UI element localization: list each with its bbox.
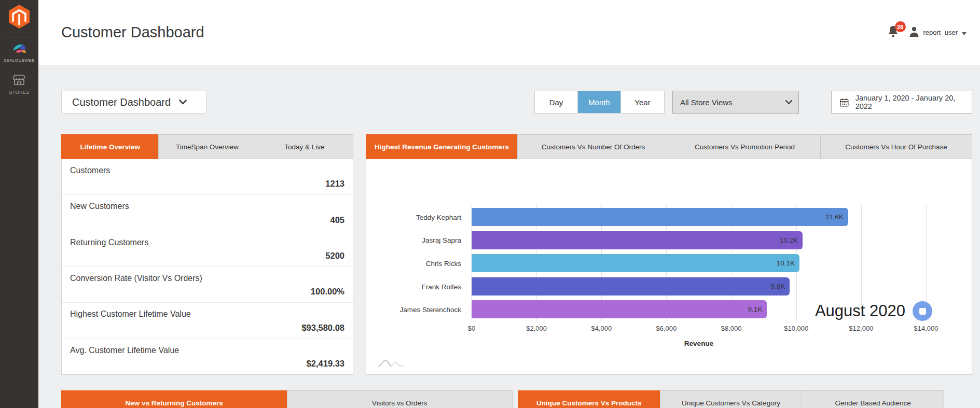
- tab-unique-customers-vs-products[interactable]: Unique Customers Vs Products: [518, 390, 660, 408]
- chevron-down-icon: [962, 28, 967, 37]
- tab-highest-revenue-generating-customers[interactable]: Highest Revenue Generating Customers: [366, 134, 518, 159]
- metric-label: Returning Customers: [70, 231, 148, 247]
- revenue-tab-bar: Highest Revenue Generating CustomersCust…: [366, 134, 972, 159]
- chart-bar-james-sterenchock[interactable]: 9.1K: [472, 300, 767, 318]
- date-range-picker[interactable]: January 1, 2020 - January 20, 2022: [831, 91, 972, 114]
- notifications-button[interactable]: 28: [888, 25, 899, 39]
- metric-label: Highest Customer Lifetime Value: [70, 303, 191, 319]
- metric-value: 5200: [325, 251, 344, 266]
- axis-tick-label: $8,000: [721, 325, 742, 332]
- chart-bar-value-label: 10.1K: [777, 254, 795, 272]
- axis-tick-label: $12,000: [849, 325, 873, 332]
- chart-bar-value-label: 11.6K: [826, 208, 844, 226]
- axis-tick-label: $14,000: [914, 325, 938, 332]
- metric-label: Conversion Rate (Visitor Vs Orders): [70, 267, 202, 283]
- chart-bar-chris-ricks[interactable]: 10.1K: [472, 254, 799, 272]
- unique-customers-tab-bar: Unique Customers Vs ProductsUnique Custo…: [518, 390, 944, 408]
- chart-category-label: Teddy Kephart: [366, 206, 467, 229]
- tab-gender-based-audience[interactable]: Gender Based Audience: [802, 390, 944, 408]
- metric-value: 405: [330, 215, 344, 231]
- axis-tick-label: $0: [468, 325, 475, 332]
- chart-bar-frank-rolfes[interactable]: 9.8K: [472, 277, 790, 296]
- axis-tick-label: $2,000: [526, 325, 547, 332]
- sidebar-item-label: STORES: [9, 90, 29, 95]
- metric-row-returning-customers: Returning Customers5200: [62, 231, 353, 267]
- sidebar-item-zealousweb[interactable]: ZEALOUSWEB: [4, 43, 35, 63]
- period-toggle-group: DayMonthYear: [534, 91, 665, 114]
- page-title: Customer Dashboard: [61, 24, 204, 41]
- chart-bar-value-label: 10.2K: [780, 231, 798, 249]
- tab-new-vs-returning-customers[interactable]: New vs Returning Customers: [61, 390, 287, 408]
- magento-logo-icon[interactable]: [9, 5, 30, 31]
- header: Customer Dashboard 28 repo: [38, 0, 980, 65]
- metric-row-highest-customer-lifetime-value: Highest Customer Lifetime Value$93,580.0…: [62, 303, 353, 339]
- period-button-day[interactable]: Day: [535, 91, 578, 113]
- axis-tick-label: $4,000: [591, 325, 612, 332]
- tab-lifetime-overview[interactable]: Lifetime Overview: [61, 134, 159, 159]
- overview-tab-bar: Lifetime OverviewTimeSpan OverviewToday …: [61, 134, 353, 159]
- x-axis-title: Revenue: [472, 340, 926, 347]
- tab-customers-vs-hour-of-purchase[interactable]: Customers Vs Hour Of Purchase: [820, 134, 972, 159]
- chevron-down-icon: [179, 100, 187, 105]
- dashboard-selector-value: Customer Dashboard: [72, 96, 171, 108]
- revenue-panel: Highest Revenue Generating CustomersCust…: [366, 134, 972, 375]
- chart-category-label: Frank Rolfes: [366, 275, 467, 299]
- sidebar: ZEALOUSWEB STORES: [0, 0, 38, 408]
- axis-tick-label: $10,000: [784, 325, 808, 332]
- date-range-value: January 1, 2020 - January 20, 2022: [855, 94, 972, 110]
- tab-today-live[interactable]: Today & Live: [256, 134, 353, 159]
- chart-bar-value-label: 9.1K: [748, 300, 763, 318]
- metric-row-customers: Customers1213: [62, 159, 353, 195]
- metric-label: New Customers: [70, 195, 129, 211]
- chevron-down-icon: [785, 100, 792, 104]
- store-view-select[interactable]: All Store Views: [672, 91, 799, 114]
- store-view-value: All Store Views: [680, 98, 733, 107]
- sidebar-item-stores[interactable]: STORES: [9, 74, 29, 95]
- overview-panel: Lifetime OverviewTimeSpan OverviewToday …: [61, 134, 353, 375]
- user-menu[interactable]: report_user: [909, 26, 967, 39]
- chart-frame-label: August 2020: [815, 302, 905, 320]
- tab-timespan-overview[interactable]: TimeSpan Overview: [158, 134, 256, 159]
- tab-visitors-vs-orders[interactable]: Visitors vs Orders: [287, 390, 513, 408]
- period-button-month[interactable]: Month: [578, 91, 621, 113]
- metric-value: 1213: [325, 179, 344, 194]
- notification-count-badge: 28: [895, 21, 906, 32]
- metric-row-conversion-rate-visitor-vs-orders: Conversion Rate (Visitor Vs Orders)100.0…: [62, 267, 353, 303]
- chart-category-label: Jasraj Sapra: [366, 229, 467, 252]
- tab-customers-vs-promotion-period[interactable]: Customers Vs Promotion Period: [669, 134, 821, 159]
- amcharts-logo-icon[interactable]: [378, 358, 406, 370]
- chart-bar-teddy-kephart[interactable]: 11.6K: [472, 208, 848, 226]
- calendar-icon: [840, 98, 849, 107]
- overview-table: Customers1213New Customers405Returning C…: [61, 159, 353, 375]
- tab-customers-vs-number-of-orders[interactable]: Customers Vs Number Of Orders: [517, 134, 669, 159]
- pause-button[interactable]: [913, 301, 932, 321]
- dashboard-selector[interactable]: Customer Dashboard: [61, 91, 206, 114]
- metric-label: Customers: [70, 159, 110, 175]
- metric-row-avg-customer-lifetime-value: Avg. Customer Lifetime Value$2,419.33: [62, 339, 353, 374]
- metric-row-new-customers: New Customers405: [62, 195, 353, 231]
- zealousweb-logo-icon: [11, 43, 27, 56]
- chart-category-label: James Sterenchock: [366, 298, 467, 321]
- bell-icon: [888, 30, 899, 39]
- period-button-year[interactable]: Year: [621, 91, 664, 113]
- chart-bar-jasraj-sapra[interactable]: 10.2K: [472, 231, 803, 249]
- axis-tick-label: $6,000: [656, 325, 677, 332]
- new-vs-returning-tab-bar: New vs Returning CustomersVisitors vs Or…: [61, 390, 513, 408]
- metric-label: Avg. Customer Lifetime Value: [70, 339, 179, 355]
- chart-category-label: Chris Ricks: [366, 252, 467, 275]
- sidebar-divider: [5, 37, 33, 37]
- sidebar-item-label: ZEALOUSWEB: [4, 58, 35, 63]
- pause-icon: [919, 308, 926, 315]
- tab-unique-customers-vs-category[interactable]: Unique Customers Vs Category: [660, 390, 803, 408]
- revenue-bar-chart: Teddy KephartJasraj SapraChris RicksFran…: [366, 159, 972, 375]
- chart-bar-value-label: 9.8K: [770, 277, 785, 296]
- stores-icon: [12, 74, 26, 88]
- metric-value: $93,580.08: [301, 323, 344, 339]
- metric-value: $2,419.33: [307, 359, 344, 374]
- user-avatar-icon: [909, 26, 919, 39]
- metric-value: 100.00%: [311, 287, 344, 302]
- username: report_user: [923, 29, 958, 36]
